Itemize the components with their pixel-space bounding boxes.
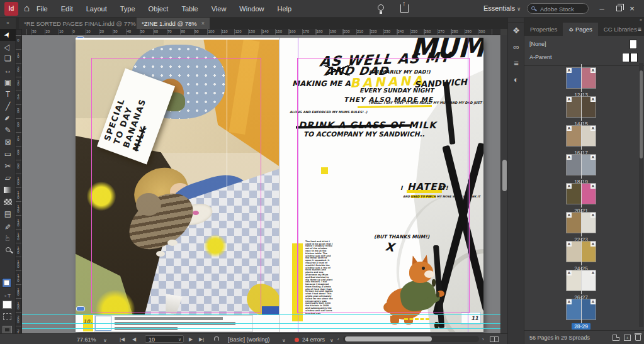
spread-thumbnail[interactable]: AA xyxy=(567,126,596,146)
toolbar-collapse-icon[interactable]: » xyxy=(0,18,16,29)
zoom-tool[interactable] xyxy=(0,244,16,256)
spread-thumbnail[interactable]: AA xyxy=(567,155,596,175)
document-tab-0[interactable]: *RE SORTED PAGES FINAL.indd @ 77%× xyxy=(19,18,149,29)
spread-item-28-29[interactable]: AA28-29 xyxy=(524,299,638,331)
menu-object[interactable]: Object xyxy=(149,5,169,13)
spread-thumbnail[interactable]: AA xyxy=(567,270,596,291)
direct-selection-tool[interactable]: ▷ xyxy=(0,41,16,53)
minimize-button[interactable]: – xyxy=(596,4,608,13)
stroke-swatch[interactable] xyxy=(4,280,9,286)
content-collector-tool[interactable]: ▣ xyxy=(0,77,16,89)
panel-collapse-icon[interactable]: » xyxy=(524,18,644,23)
menu-help[interactable]: Help xyxy=(277,5,291,13)
scrollbar-thumb[interactable] xyxy=(640,70,643,158)
menu-type[interactable]: Type xyxy=(120,5,135,13)
indesign-logo-icon[interactable]: Id xyxy=(4,2,18,16)
selection-tool[interactable]: ➤ xyxy=(0,29,16,41)
first-page-button[interactable]: |◀ xyxy=(120,336,125,342)
pages-scrollbar[interactable] xyxy=(639,63,643,327)
page-number-field[interactable]: 10 ∨ xyxy=(145,335,184,343)
apply-none-button[interactable] xyxy=(3,313,11,320)
apply-color-button[interactable] xyxy=(3,301,12,309)
restore-button[interactable] xyxy=(616,6,622,11)
page-10[interactable]: SPECIAL TO DAY BANANAS MILK 10. xyxy=(76,38,279,332)
spread-thumbnail[interactable]: AA xyxy=(567,184,596,204)
stroke-panel-icon[interactable]: ≡ xyxy=(508,55,524,72)
line-tool[interactable]: ╱ xyxy=(0,101,16,113)
menu-layout[interactable]: Layout xyxy=(86,5,107,13)
edit-page-size-icon[interactable] xyxy=(613,335,619,341)
gradient-tool[interactable] xyxy=(0,184,16,196)
document-tab-1[interactable]: *ZINE 1.indd @ 78%× xyxy=(137,18,210,29)
note-tool[interactable]: ▤ xyxy=(0,208,16,220)
scissors-tool[interactable]: ✂ xyxy=(0,160,16,172)
column-guide[interactable] xyxy=(468,38,468,332)
menu-view[interactable]: View xyxy=(212,5,227,13)
spread-thumbnail[interactable]: AA xyxy=(567,241,596,262)
scroll-left-icon[interactable]: ‹ xyxy=(337,336,339,342)
ruler-guide-cyan[interactable] xyxy=(22,314,500,315)
links-panel-icon[interactable]: ∞ xyxy=(508,39,524,55)
preflight-icon[interactable] xyxy=(214,336,219,341)
share-icon[interactable] xyxy=(400,4,409,13)
panel-tab-properties[interactable]: Properties xyxy=(524,23,563,36)
layers-panel-icon[interactable]: ❖ xyxy=(508,23,524,39)
gradient-feather-tool[interactable] xyxy=(0,196,16,208)
eyedropper-tool[interactable]: ✐ xyxy=(0,220,16,232)
vertical-ruler[interactable]: 0102030405060708090100110120130140150160… xyxy=(16,35,22,333)
spread-thumbnail[interactable]: AA xyxy=(567,68,596,88)
link-badge-icon[interactable] xyxy=(76,306,85,311)
formatting-affects-buttons[interactable]: ▫T xyxy=(1,293,15,299)
pencil-tool[interactable]: ✎ xyxy=(0,125,16,136)
menu-table[interactable]: Table xyxy=(181,5,198,13)
column-guide[interactable] xyxy=(298,38,298,332)
panel-tab-pages[interactable]: ≎ Pages xyxy=(563,23,598,36)
errors-chevron-icon[interactable]: ∨ xyxy=(330,338,334,343)
rectangle-tool[interactable]: ▭ xyxy=(0,148,16,160)
canvas-vertical-scrollbar[interactable] xyxy=(500,35,507,333)
new-page-icon[interactable]: + xyxy=(624,335,631,341)
menu-edit[interactable]: Edit xyxy=(61,5,73,13)
tab-close-icon[interactable]: × xyxy=(201,20,205,26)
free-transform-tool[interactable]: ▱ xyxy=(0,172,16,184)
hand-tool[interactable]: ☞ xyxy=(0,232,16,244)
type-tool[interactable]: T xyxy=(0,89,16,101)
home-icon[interactable]: ⌂ xyxy=(24,3,30,13)
preflight-profile[interactable]: [Basic] (working) xyxy=(228,336,270,343)
scrollbar-thumb[interactable] xyxy=(345,336,432,341)
close-button[interactable]: × xyxy=(626,4,638,13)
page-number-frame[interactable]: 11 xyxy=(461,312,481,325)
scrollbar-thumb[interactable] xyxy=(502,160,507,191)
panel-tab-cc-libraries[interactable]: CC Libraries xyxy=(598,23,643,36)
adobe-stock-search[interactable]: Adobe Stock xyxy=(527,3,589,14)
menu-window[interactable]: Window xyxy=(239,5,264,13)
swatches-panel-icon[interactable]: ◐ xyxy=(508,72,524,88)
zoom-chevron-icon[interactable]: ∨ xyxy=(103,338,107,343)
spread-10-11[interactable]: SPECIAL TO DAY BANANAS MILK 10. xyxy=(76,38,483,332)
spread-thumbnail[interactable]: AA xyxy=(567,97,596,117)
delete-page-icon[interactable] xyxy=(635,335,641,341)
parent-row-a-parent[interactable]: A-Parent xyxy=(524,52,644,64)
ruler-origin[interactable] xyxy=(16,29,22,35)
spread-label[interactable]: 28-29 xyxy=(572,323,590,330)
last-page-button[interactable]: ▶| xyxy=(199,336,204,342)
document-canvas[interactable]: SPECIAL TO DAY BANANAS MILK 10. xyxy=(22,35,500,333)
spread-thumbnail[interactable]: AA xyxy=(567,213,596,233)
previous-page-button[interactable]: ◀ xyxy=(132,336,136,342)
preset-chevron-icon[interactable]: ∨ xyxy=(282,338,286,343)
spread-view-icon[interactable] xyxy=(490,336,499,342)
page-tool[interactable]: ❏ xyxy=(0,53,16,65)
scroll-right-icon[interactable]: › xyxy=(482,336,484,342)
ruler-guide-cyan[interactable] xyxy=(22,328,500,329)
menu-file[interactable]: File xyxy=(37,5,48,13)
gap-tool[interactable]: ↔ xyxy=(0,65,16,77)
horizontal-ruler[interactable]: 3020100102030405060708090100110120130140… xyxy=(22,29,500,35)
spread-thumbnail[interactable]: AA xyxy=(567,299,596,319)
ruler-guide-cyan[interactable] xyxy=(22,323,500,324)
workspace-switcher[interactable]: Essentials ∨ xyxy=(483,4,521,12)
panel-menu-icon[interactable]: ≡ xyxy=(638,26,641,33)
learn-lightbulb-icon[interactable] xyxy=(378,4,384,11)
frame-tool[interactable]: ⊠ xyxy=(0,136,16,148)
parent-row-none[interactable]: [None] xyxy=(524,39,644,51)
canvas-horizontal-scrollbar[interactable] xyxy=(343,336,479,342)
